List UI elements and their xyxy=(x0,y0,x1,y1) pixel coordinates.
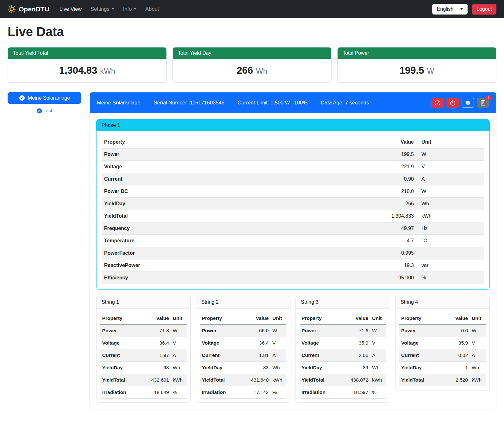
property-value: 49.97 xyxy=(380,222,416,235)
property-name: Irradiation xyxy=(200,386,248,399)
table-row: Power 71.6 W xyxy=(300,325,386,337)
table-row: YieldDay 266 Wh xyxy=(102,198,484,210)
property-name: YieldDay xyxy=(102,198,380,210)
table-row: Irradiation 18.597 % xyxy=(300,386,386,399)
table-header-row: Property Value Unit xyxy=(300,312,386,325)
property-unit: W xyxy=(416,148,484,161)
property-unit: V xyxy=(416,161,484,173)
property-unit: Wh xyxy=(271,362,286,374)
limit-settings-button[interactable] xyxy=(431,98,444,108)
card-unit: Wh xyxy=(256,67,267,75)
property-value: 1.81 xyxy=(248,349,271,362)
card-title: Total Yield Total xyxy=(8,47,166,59)
table-row: Voltage 35.9 V xyxy=(300,337,386,349)
property-unit: % xyxy=(416,272,484,284)
sidebar-item-label: test xyxy=(44,108,52,114)
property-unit: W xyxy=(370,325,386,337)
event-log-button[interactable]: 2 xyxy=(477,98,489,108)
property-name: Efficiency xyxy=(102,272,380,284)
property-unit: var xyxy=(416,259,484,272)
serial-number: Serial Number: 116171603546 xyxy=(154,100,225,106)
property-unit: Wh xyxy=(171,362,187,374)
property-value: 17.143 xyxy=(248,386,271,399)
property-unit: W xyxy=(416,185,484,198)
table-row: Power DC 210.0 W xyxy=(102,185,484,198)
x-circle-icon xyxy=(37,108,42,114)
table-row: YieldDay 83 Wh xyxy=(200,362,286,374)
table-row: YieldDay 93 Wh xyxy=(100,362,187,374)
column-header-property: Property xyxy=(399,312,447,325)
property-value: 0.90 xyxy=(380,173,416,185)
property-name: Voltage xyxy=(102,161,380,173)
inverter-panel: Meine Solaranlage Serial Number: 1161716… xyxy=(90,92,496,409)
property-name: Voltage xyxy=(300,337,347,349)
phase-card-body: Property Value Unit Power 199.5 xyxy=(96,131,489,289)
card-body: 1,304.83kWh xyxy=(8,59,166,82)
column-header-property: Property xyxy=(200,312,248,325)
card-value: 1,304.83 xyxy=(59,65,97,76)
nav-live-view[interactable]: Live View xyxy=(56,3,85,15)
chevron-down-icon xyxy=(134,8,136,10)
property-unit: kWh xyxy=(171,374,187,386)
table-row: ReactivePower 19.3 var xyxy=(102,259,484,272)
property-value: 71.6 xyxy=(347,325,370,337)
nav-links: Live View Settings Info About xyxy=(56,3,163,15)
property-unit: % xyxy=(171,386,187,399)
property-value: 1,304.833 xyxy=(380,210,416,222)
property-unit: A xyxy=(271,349,286,362)
property-name: Voltage xyxy=(399,337,447,349)
property-name: YieldTotal xyxy=(100,374,148,386)
property-name: YieldTotal xyxy=(300,374,347,386)
string-2-card: String 2 Property Value Unit xyxy=(196,296,290,403)
column-header-property: Property xyxy=(100,312,148,325)
card-title: Total Yield Day xyxy=(173,47,331,59)
property-unit: V xyxy=(171,337,187,349)
property-name: Voltage xyxy=(200,337,248,349)
nav-about[interactable]: About xyxy=(141,3,163,15)
string-card-body: Property Value Unit Power xyxy=(395,308,489,390)
inverter-sidebar: Meine Solaranlage test xyxy=(8,92,81,114)
property-value: 71.8 xyxy=(148,325,171,337)
column-header-value: Value xyxy=(447,312,470,325)
property-value: 89 xyxy=(347,362,370,374)
property-name: YieldTotal xyxy=(102,210,380,222)
property-name: Power DC xyxy=(102,185,380,198)
nav-settings[interactable]: Settings xyxy=(87,3,118,15)
table-row: Power 0.6 W xyxy=(399,325,486,337)
property-name: Current xyxy=(399,349,447,362)
property-unit: W xyxy=(271,325,286,337)
power-control-button[interactable] xyxy=(446,98,459,108)
property-value: 18.649 xyxy=(148,386,171,399)
table-header-row: Property Value Unit xyxy=(200,312,286,325)
property-unit: A xyxy=(470,349,486,362)
table-row: YieldDay 89 Wh xyxy=(300,362,386,374)
language-select[interactable]: English xyxy=(432,4,468,15)
property-value: 210.0 xyxy=(380,185,416,198)
check-circle-icon xyxy=(19,95,25,101)
table-row: YieldTotal 438.072 kWh xyxy=(300,374,386,386)
column-header-property: Property xyxy=(102,136,380,148)
nav-info[interactable]: Info xyxy=(119,3,140,15)
summary-cards-row: Total Yield Total 1,304.83kWh Total Yiel… xyxy=(8,47,496,83)
device-info-button[interactable] xyxy=(462,98,474,108)
logout-button[interactable]: Logout xyxy=(472,4,496,15)
column-header-unit: Unit xyxy=(470,312,486,325)
card-value: 199.5 xyxy=(400,65,424,76)
string-table: Property Value Unit Power xyxy=(200,312,286,399)
property-name: YieldDay xyxy=(399,362,447,374)
property-name: Power xyxy=(102,148,380,161)
sidebar-item-test[interactable]: test xyxy=(8,108,81,114)
property-value: 431.640 xyxy=(248,374,271,386)
property-name: YieldDay xyxy=(100,362,148,374)
card-body: 266Wh xyxy=(173,59,331,82)
column-header-value: Value xyxy=(347,312,370,325)
property-name: Irradiation xyxy=(100,386,148,399)
phase-table: Property Value Unit Power 199.5 xyxy=(102,136,484,284)
property-unit: Wh xyxy=(470,362,486,374)
chevron-down-icon xyxy=(460,8,463,10)
string-4-card: String 4 Property Value Unit xyxy=(395,296,490,390)
table-row: Voltage 36.4 V xyxy=(200,337,286,349)
brand-link[interactable]: OpenDTU xyxy=(8,5,49,13)
property-name: Voltage xyxy=(100,337,148,349)
sidebar-item-meine-solaranlage[interactable]: Meine Solaranlage xyxy=(8,92,81,104)
